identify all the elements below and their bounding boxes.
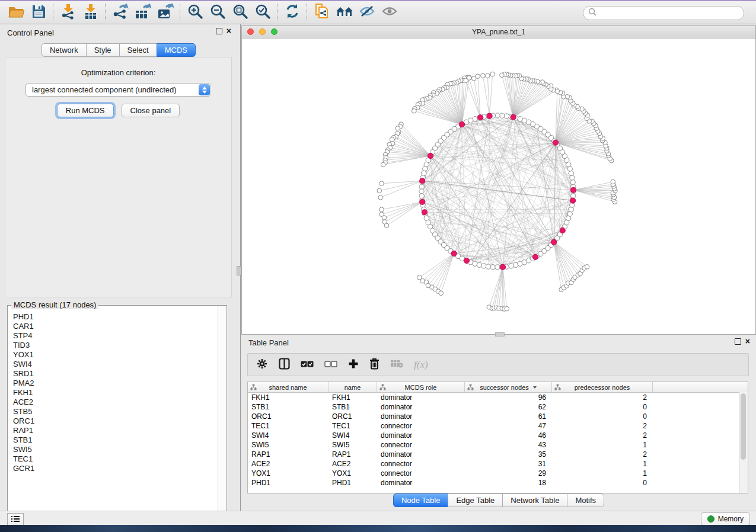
clone-network-button[interactable] bbox=[311, 2, 333, 23]
horizontal-splitter-handle[interactable] bbox=[495, 332, 505, 336]
refresh-view-button[interactable] bbox=[281, 2, 304, 23]
network-graph-canvas[interactable] bbox=[242, 38, 755, 334]
tab-motifs[interactable]: Motifs bbox=[567, 493, 604, 507]
add-column-button[interactable] bbox=[348, 356, 359, 374]
task-history-button[interactable] bbox=[7, 513, 24, 525]
tab-select[interactable]: Select bbox=[119, 43, 157, 57]
mcds-result-item[interactable]: STB5 bbox=[13, 407, 218, 416]
table-row[interactable]: FKH1FKH1dominator962 bbox=[248, 393, 748, 402]
column-header-shared-name[interactable]: shared name bbox=[248, 382, 328, 392]
list-icon bbox=[11, 514, 20, 525]
zoom-fit-button[interactable] bbox=[229, 2, 251, 23]
split-columns-icon bbox=[279, 358, 290, 372]
close-panel-icon[interactable]: × bbox=[745, 338, 750, 345]
mcds-list-scrollbar[interactable] bbox=[218, 306, 227, 520]
mcds-result-item[interactable]: YOX1 bbox=[13, 350, 218, 360]
show-all-button[interactable] bbox=[378, 2, 401, 23]
float-panel-icon[interactable] bbox=[216, 28, 222, 34]
column-header-successor-nodes[interactable]: successor nodes bbox=[465, 382, 552, 392]
column-header-name[interactable]: name bbox=[328, 382, 377, 392]
node-table-scrollbar[interactable] bbox=[739, 392, 748, 493]
mcds-result-item[interactable]: CAR1 bbox=[13, 322, 218, 331]
refresh-icon bbox=[285, 4, 300, 21]
search-icon bbox=[588, 8, 597, 19]
select-all-button[interactable] bbox=[301, 356, 314, 374]
table-row[interactable]: RAP1RAP1dominator352 bbox=[248, 450, 748, 459]
run-mcds-button[interactable]: Run MCDS bbox=[57, 104, 114, 117]
table-row[interactable]: ACE2ACE2connector311 bbox=[248, 459, 748, 469]
zoom-out-button[interactable] bbox=[206, 2, 229, 23]
export-network-button[interactable] bbox=[109, 2, 132, 23]
optimization-criterion-label: Optimization criterion: bbox=[5, 68, 231, 77]
mcds-result-item[interactable]: STP4 bbox=[13, 331, 218, 341]
hide-selected-button[interactable] bbox=[356, 2, 378, 23]
mcds-result-item[interactable]: ACE2 bbox=[13, 398, 218, 407]
criterion-value: largest connected component (undirected) bbox=[32, 85, 177, 94]
mcds-result-item[interactable]: SWI4 bbox=[13, 360, 218, 369]
delete-columns-button[interactable] bbox=[369, 356, 379, 374]
mcds-result-groupbox: MCDS result (17 nodes) PHD1CAR1STP4TID3Y… bbox=[7, 305, 227, 520]
trash-icon bbox=[369, 358, 379, 372]
mcds-result-item[interactable]: ORC1 bbox=[13, 416, 218, 426]
close-panel-button[interactable]: Close panel bbox=[122, 104, 180, 117]
open-file-button[interactable] bbox=[5, 2, 27, 23]
table-settings-button[interactable] bbox=[256, 356, 268, 374]
node-table-body: FKH1FKH1dominator962STB1STB1dominator620… bbox=[248, 393, 748, 488]
mcds-result-item[interactable]: FKH1 bbox=[13, 388, 218, 398]
first-neighbors-button[interactable] bbox=[333, 2, 356, 23]
mcds-result-item[interactable]: SWI5 bbox=[13, 445, 218, 454]
tab-mcds[interactable]: MCDS bbox=[157, 43, 196, 57]
tab-style[interactable]: Style bbox=[86, 43, 120, 57]
unselect-all-button[interactable] bbox=[324, 356, 337, 374]
mcds-result-item[interactable]: PHD1 bbox=[13, 312, 218, 322]
tab-network[interactable]: Network bbox=[42, 43, 87, 57]
column-header-predecessor-nodes[interactable]: predecessor nodes bbox=[552, 382, 653, 392]
toolbar-separator bbox=[105, 4, 106, 21]
table-row[interactable]: PHD1PHD1dominator180 bbox=[248, 478, 748, 488]
search-input[interactable] bbox=[597, 7, 744, 19]
import-network-button[interactable] bbox=[57, 2, 79, 23]
tab-node-table[interactable]: Node Table bbox=[393, 493, 449, 507]
mcds-result-list[interactable]: PHD1CAR1STP4TID3YOX1SWI4SRD1PMA2FKH1ACE2… bbox=[8, 307, 218, 519]
mcds-result-item[interactable]: TID3 bbox=[13, 341, 218, 350]
close-panel-icon[interactable]: × bbox=[227, 28, 231, 34]
vertical-splitter-handle[interactable] bbox=[237, 266, 241, 275]
fx-icon: f(x) bbox=[414, 359, 428, 371]
search-box[interactable] bbox=[583, 6, 744, 20]
tab-edge-table[interactable]: Edge Table bbox=[448, 493, 503, 507]
scrollbar-thumb[interactable] bbox=[741, 393, 746, 460]
export-image-button[interactable] bbox=[154, 2, 177, 23]
criterion-dropdown[interactable]: largest connected component (undirected) bbox=[25, 83, 211, 97]
import-table-button[interactable] bbox=[79, 2, 102, 23]
mcds-result-item[interactable]: SRD1 bbox=[13, 369, 218, 379]
mcds-result-item[interactable]: GCR1 bbox=[13, 464, 218, 473]
table-row[interactable]: YOX1YOX1connector291 bbox=[248, 469, 748, 478]
tab-network-table[interactable]: Network Table bbox=[502, 493, 567, 507]
save-session-button[interactable] bbox=[27, 2, 50, 23]
zoom-selected-button[interactable] bbox=[251, 2, 274, 23]
zoom-in-button[interactable] bbox=[184, 2, 206, 23]
table-row[interactable]: STB1STB1dominator620 bbox=[248, 402, 748, 412]
toolbar-separator bbox=[180, 4, 181, 21]
table-panel-title: Table Panel bbox=[248, 338, 289, 347]
export-table-button[interactable] bbox=[132, 2, 154, 23]
mcds-result-item[interactable]: RAP1 bbox=[13, 426, 218, 435]
control-panel-title: Control Panel bbox=[7, 28, 54, 37]
mcds-result-item[interactable]: TEC1 bbox=[13, 454, 218, 464]
memory-button[interactable]: Memory bbox=[701, 512, 750, 525]
zoom-fit-icon bbox=[232, 4, 248, 22]
table-row[interactable]: SWI5SWI5connector431 bbox=[248, 440, 748, 450]
table-row[interactable]: TEC1TEC1connector472 bbox=[248, 421, 748, 431]
node-table: shared namenameMCDS rolesuccessor nodesp… bbox=[247, 382, 748, 493]
network-window-titlebar[interactable]: YPA_prune.txt_1 bbox=[242, 26, 755, 39]
mcds-result-item[interactable]: STB1 bbox=[13, 435, 218, 445]
column-header-MCDS-role[interactable]: MCDS role bbox=[377, 382, 465, 392]
mcds-result-item[interactable]: PMA2 bbox=[13, 379, 218, 388]
float-panel-icon[interactable] bbox=[735, 338, 741, 345]
table-row[interactable]: ORC1ORC1dominator610 bbox=[248, 412, 748, 421]
unchecked-boxes-icon bbox=[324, 360, 337, 370]
table-panel: Table Panel × f(x) shared namenameMCDS r… bbox=[241, 335, 756, 511]
table-row[interactable]: SWI4SWI4dominator462 bbox=[248, 431, 748, 440]
control-panel: Control Panel × NetworkStyleSelectMCDS O… bbox=[0, 24, 237, 511]
split-view-button[interactable] bbox=[279, 356, 290, 374]
